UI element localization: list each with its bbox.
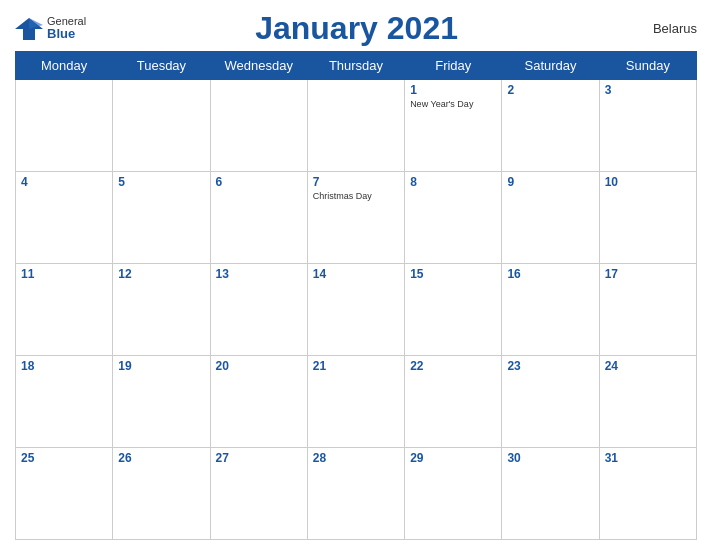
day-cell-3-0: 18 <box>16 356 113 448</box>
day-number: 24 <box>605 359 691 373</box>
week-row-4: 18192021222324 <box>16 356 697 448</box>
day-cell-0-3 <box>307 80 404 172</box>
day-number: 8 <box>410 175 496 189</box>
week-row-2: 4567Christmas Day8910 <box>16 172 697 264</box>
day-cell-0-5: 2 <box>502 80 599 172</box>
day-cell-0-2 <box>210 80 307 172</box>
logo-text: General Blue <box>47 15 86 41</box>
header-sunday: Sunday <box>599 52 696 80</box>
day-cell-2-6: 17 <box>599 264 696 356</box>
header-friday: Friday <box>405 52 502 80</box>
day-cell-4-6: 31 <box>599 448 696 540</box>
day-number: 15 <box>410 267 496 281</box>
day-cell-0-4: 1New Year's Day <box>405 80 502 172</box>
day-cell-1-5: 9 <box>502 172 599 264</box>
calendar-table: Monday Tuesday Wednesday Thursday Friday… <box>15 51 697 540</box>
day-cell-2-1: 12 <box>113 264 210 356</box>
day-number: 17 <box>605 267 691 281</box>
days-header-row: Monday Tuesday Wednesday Thursday Friday… <box>16 52 697 80</box>
day-number: 25 <box>21 451 107 465</box>
calendar-header: General Blue January 2021 Belarus <box>15 10 697 47</box>
day-cell-3-6: 24 <box>599 356 696 448</box>
day-cell-1-6: 10 <box>599 172 696 264</box>
day-number: 27 <box>216 451 302 465</box>
day-cell-3-2: 20 <box>210 356 307 448</box>
day-cell-4-0: 25 <box>16 448 113 540</box>
day-cell-3-3: 21 <box>307 356 404 448</box>
day-number: 3 <box>605 83 691 97</box>
day-cell-0-0 <box>16 80 113 172</box>
header-monday: Monday <box>16 52 113 80</box>
week-row-1: 1New Year's Day23 <box>16 80 697 172</box>
day-number: 21 <box>313 359 399 373</box>
day-number: 26 <box>118 451 204 465</box>
day-cell-4-3: 28 <box>307 448 404 540</box>
day-number: 12 <box>118 267 204 281</box>
header-thursday: Thursday <box>307 52 404 80</box>
logo-bird-icon <box>15 15 43 43</box>
header-tuesday: Tuesday <box>113 52 210 80</box>
day-cell-1-4: 8 <box>405 172 502 264</box>
day-cell-2-0: 11 <box>16 264 113 356</box>
country-label: Belarus <box>627 21 697 36</box>
day-number: 13 <box>216 267 302 281</box>
logo: General Blue <box>15 15 86 43</box>
day-number: 7 <box>313 175 399 189</box>
day-cell-4-1: 26 <box>113 448 210 540</box>
calendar-title: January 2021 <box>86 10 627 47</box>
day-cell-3-1: 19 <box>113 356 210 448</box>
day-cell-4-5: 30 <box>502 448 599 540</box>
day-number: 28 <box>313 451 399 465</box>
day-cell-3-5: 23 <box>502 356 599 448</box>
day-number: 16 <box>507 267 593 281</box>
day-number: 11 <box>21 267 107 281</box>
day-cell-2-4: 15 <box>405 264 502 356</box>
day-number: 2 <box>507 83 593 97</box>
day-number: 29 <box>410 451 496 465</box>
day-cell-3-4: 22 <box>405 356 502 448</box>
header-saturday: Saturday <box>502 52 599 80</box>
day-cell-0-1 <box>113 80 210 172</box>
day-cell-2-5: 16 <box>502 264 599 356</box>
day-number: 4 <box>21 175 107 189</box>
day-cell-4-2: 27 <box>210 448 307 540</box>
week-row-3: 11121314151617 <box>16 264 697 356</box>
day-number: 1 <box>410 83 496 97</box>
day-number: 6 <box>216 175 302 189</box>
day-number: 30 <box>507 451 593 465</box>
holiday-name: Christmas Day <box>313 191 399 201</box>
day-number: 23 <box>507 359 593 373</box>
logo-blue: Blue <box>47 27 86 41</box>
day-number: 10 <box>605 175 691 189</box>
day-number: 18 <box>21 359 107 373</box>
day-number: 5 <box>118 175 204 189</box>
day-number: 20 <box>216 359 302 373</box>
holiday-name: New Year's Day <box>410 99 496 109</box>
day-cell-1-1: 5 <box>113 172 210 264</box>
day-cell-2-3: 14 <box>307 264 404 356</box>
day-cell-2-2: 13 <box>210 264 307 356</box>
day-cell-1-2: 6 <box>210 172 307 264</box>
day-cell-4-4: 29 <box>405 448 502 540</box>
day-number: 31 <box>605 451 691 465</box>
day-cell-0-6: 3 <box>599 80 696 172</box>
day-cell-1-0: 4 <box>16 172 113 264</box>
week-row-5: 25262728293031 <box>16 448 697 540</box>
header-wednesday: Wednesday <box>210 52 307 80</box>
day-number: 19 <box>118 359 204 373</box>
day-cell-1-3: 7Christmas Day <box>307 172 404 264</box>
day-number: 9 <box>507 175 593 189</box>
day-number: 22 <box>410 359 496 373</box>
day-number: 14 <box>313 267 399 281</box>
